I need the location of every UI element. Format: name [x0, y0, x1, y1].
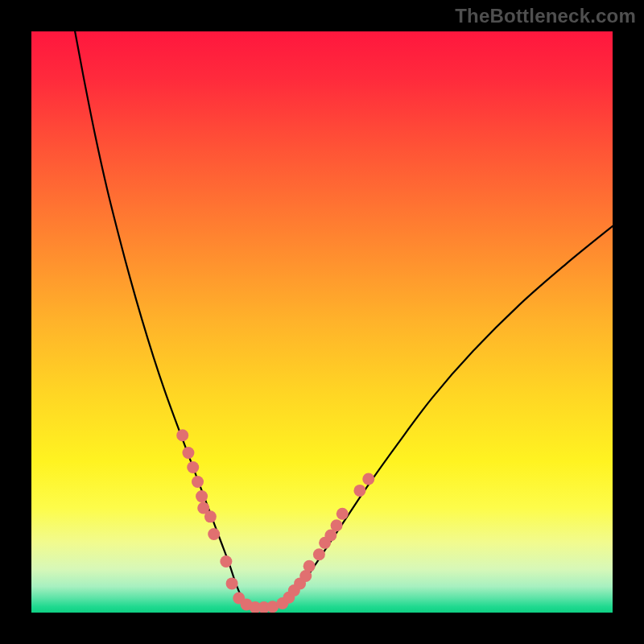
plot-area [31, 31, 613, 613]
marker-dot [313, 548, 325, 560]
marker-dot [204, 510, 217, 522]
marker-dot [303, 560, 316, 572]
marker-dot [362, 473, 374, 485]
marker-dot [353, 485, 365, 497]
marker-dot [336, 508, 349, 520]
marker-layer [31, 31, 613, 613]
chart-stage: TheBottleneck.com [0, 0, 644, 644]
marker-dot [208, 528, 220, 540]
marker-dot [196, 490, 208, 502]
marker-dot [176, 429, 188, 441]
marker-dot [182, 447, 194, 459]
marker-dot [331, 519, 343, 531]
marker-dot [187, 461, 199, 473]
marker-dot [220, 555, 232, 568]
marker-dot [226, 577, 238, 589]
marker-dot [192, 476, 204, 488]
watermark-text: TheBottleneck.com [455, 5, 636, 27]
